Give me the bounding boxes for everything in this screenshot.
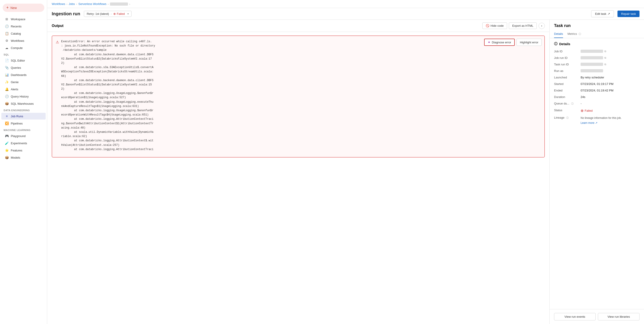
detail-row-status: Status ⊗ Failed [554, 108, 640, 113]
highlight-error-button[interactable]: Highlight error [516, 39, 542, 46]
run-as-blurred [580, 69, 603, 72]
genie-icon: ✨ [5, 80, 8, 84]
clock-icon: 🕐 [5, 24, 8, 28]
retry-dropdown[interactable]: Retry: 1st (latest) · ⊗ Failed ▾ [84, 11, 132, 17]
ended-value: 07/23/2024, 01:19:42 PM [580, 89, 614, 92]
task-run-id-value: ⧉ [580, 63, 606, 66]
chevron-down-icon: ▾ [128, 12, 128, 15]
breadcrumb: Workflows › Jobs › Serverless Workflows … [52, 2, 130, 5]
sidebar-item-job-runs[interactable]: ≡ Job Runs [1, 113, 46, 120]
sidebar-item-recents[interactable]: 🕐 Recents [1, 23, 46, 30]
details-info-icon: ⓘ [554, 42, 558, 46]
dot-separator: · [111, 12, 112, 15]
run-as-label: Run as [554, 69, 579, 73]
sidebar-item-queries[interactable]: 📎 Queries [1, 64, 46, 71]
sidebar: + New ⊞ Workspace 🕐 Recents 📋 Catalog ⚙ … [0, 0, 47, 324]
workspace-icon: ⊞ [5, 17, 8, 21]
view-run-events-button[interactable]: View run events [554, 313, 596, 321]
highlight-label: Highlight error [520, 41, 538, 44]
chevron-right-icon: › [541, 24, 542, 27]
job-run-id-blurred [580, 56, 603, 59]
status-failed-badge: ⊗ Failed [580, 108, 592, 113]
new-button[interactable]: + New [3, 3, 44, 12]
export-html-label: Export as HTML [512, 24, 533, 27]
sidebar-item-label: Workflows [11, 39, 24, 42]
launched-label: Launched [554, 76, 579, 79]
pipelines-icon: 🔀 [5, 122, 8, 125]
error-header: ⚠ ExecutionError: An error occurred whil… [56, 39, 541, 152]
sidebar-item-compute[interactable]: ☁ Compute [1, 44, 46, 51]
detail-row-queue: Queue du... ⓘ - [554, 102, 640, 105]
lineage-label: Lineage ⓘ [554, 116, 579, 120]
lineage-no-info-text: No lineage information for this job. [580, 116, 622, 120]
detail-row-lineage: Lineage ⓘ No lineage information for thi… [554, 116, 640, 124]
sidebar-item-workspace[interactable]: ⊞ Workspace [1, 16, 46, 22]
edit-task-label: Edit task [595, 12, 606, 15]
run-as-value [580, 69, 603, 72]
sidebar-item-sql-editor[interactable]: 📄 SQL Editor [1, 57, 46, 64]
details-title: Details [559, 42, 570, 46]
detail-row-job-run-id: Job run ID ⧉ [554, 56, 640, 59]
hide-code-button[interactable]: 🚫 Hide code [482, 22, 507, 29]
sql-editor-icon: 📄 [5, 59, 8, 62]
sidebar-item-playground[interactable]: 🎮 Playground [1, 133, 46, 139]
job-runs-icon: ≡ [5, 114, 8, 118]
diagnose-label: Diagnose error [492, 41, 511, 44]
header-row: Ingestion run Retry: 1st (latest) · ⊗ Fa… [47, 8, 644, 20]
sidebar-item-catalog[interactable]: 📋 Catalog [1, 30, 46, 37]
copy-task-run-id-icon[interactable]: ⧉ [604, 63, 606, 66]
tab-details-label: Details [554, 32, 563, 35]
detail-row-job-id: Job ID ⧉ [554, 50, 640, 53]
sidebar-item-label: Alerts [11, 88, 18, 91]
copy-job-run-id-icon[interactable]: ⧉ [604, 56, 606, 59]
sidebar-item-label: Compute [11, 46, 23, 50]
sidebar-item-features[interactable]: ⭐ Features [1, 147, 46, 154]
main-content: Workflows › Jobs › Serverless Workflows … [47, 0, 644, 324]
sidebar-item-workflows[interactable]: ⚙ Workflows [1, 37, 46, 44]
diagnose-error-button[interactable]: ✦ Diagnose error [484, 39, 515, 46]
models-icon: 📦 [5, 156, 8, 159]
data-eng-section-label: Data Engineering [0, 107, 47, 113]
sidebar-item-label: Query History [11, 95, 28, 98]
tab-metrics[interactable]: Metrics ⓘ [568, 30, 581, 38]
learn-more-link[interactable]: Learn more ↗ [580, 121, 598, 124]
repair-task-button[interactable]: Repair task [618, 10, 640, 17]
experiments-icon: 🧪 [5, 141, 8, 145]
sidebar-item-query-history[interactable]: 🕐 Query History [1, 93, 46, 100]
sidebar-item-alerts[interactable]: 🔔 Alerts [1, 86, 46, 93]
tab-details[interactable]: Details [554, 30, 563, 38]
sidebar-item-pipelines[interactable]: 🔀 Pipelines [1, 120, 46, 127]
sidebar-item-label: Models [11, 156, 20, 159]
export-html-button[interactable]: Export as HTML [509, 22, 537, 29]
compute-icon: ☁ [5, 46, 8, 50]
sidebar-item-label: Queries [11, 66, 21, 69]
collapse-button[interactable]: › [538, 23, 545, 29]
new-label: New [10, 6, 17, 10]
sidebar-item-label: Recents [11, 25, 22, 28]
external-link-icon: ↗ [595, 121, 598, 124]
breadcrumb-serverless-workflows[interactable]: Serverless Workflows [78, 2, 106, 5]
detail-row-duration: Duration 24s [554, 95, 640, 99]
view-run-libraries-button[interactable]: View run libraries [598, 313, 640, 321]
sidebar-item-label: Features [11, 149, 22, 152]
lineage-info-icon: ⓘ [566, 116, 569, 119]
alerts-icon: 🔔 [5, 87, 8, 91]
error-actions: ✦ Diagnose error Highlight error [484, 39, 542, 46]
sidebar-item-label: Pipelines [11, 122, 23, 125]
sidebar-item-genie[interactable]: ✨ Genie [1, 79, 46, 85]
output-panel: Output 🚫 Hide code Export as HTML › ⚠ Ex… [47, 20, 550, 324]
detail-row-run-as: Run as [554, 69, 640, 73]
sidebar-item-experiments[interactable]: 🧪 Experiments [1, 140, 46, 146]
taskrun-header: Task run Details Metrics ⓘ [550, 20, 644, 38]
breadcrumb-workflows[interactable]: Workflows [52, 2, 65, 5]
hide-code-label: Hide code [491, 24, 504, 27]
dashboards-icon: 📊 [5, 73, 8, 77]
sidebar-item-dashboards[interactable]: 📊 Dashboards [1, 71, 46, 78]
taskrun-body: ⓘ Details Job ID ⧉ Job run ID ⧉ [550, 38, 644, 309]
sidebar-item-sql-warehouses[interactable]: 📦 SQL Warehouses [1, 100, 46, 107]
edit-task-button[interactable]: Edit task ↗ [591, 10, 614, 17]
breadcrumb-jobs[interactable]: Jobs [68, 2, 75, 5]
copy-job-id-icon[interactable]: ⧉ [604, 50, 606, 53]
sidebar-item-models[interactable]: 📦 Models [1, 154, 46, 161]
details-section-title: ⓘ Details [554, 42, 640, 46]
